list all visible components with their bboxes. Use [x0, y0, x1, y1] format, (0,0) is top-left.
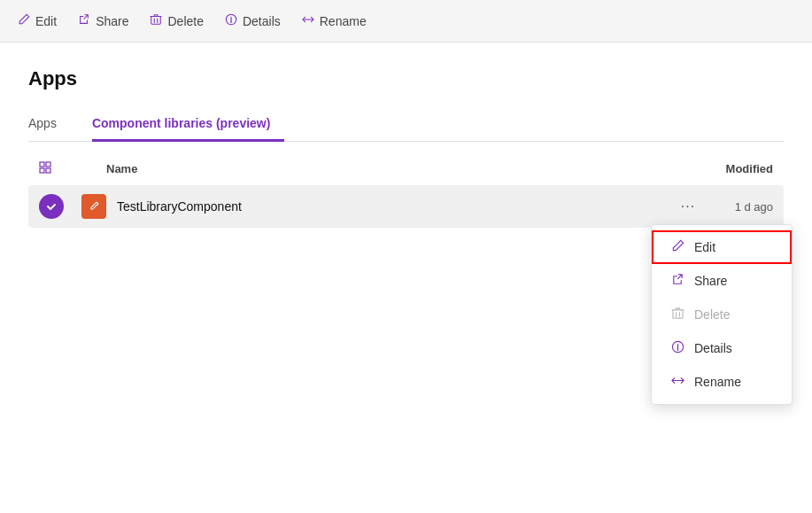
row-app-icon: [74, 194, 106, 219]
row-item-name: TestLibraryComponent: [117, 199, 674, 214]
toolbar-delete-button[interactable]: Delete: [150, 13, 203, 28]
toolbar-share-button[interactable]: Share: [78, 13, 128, 28]
toolbar-edit-button[interactable]: Edit: [18, 13, 57, 28]
tab-apps[interactable]: Apps: [28, 109, 71, 142]
svg-rect-6: [672, 310, 682, 318]
svg-rect-2: [40, 162, 44, 167]
info-icon: [225, 13, 237, 28]
row-modified-date: 1 d ago: [702, 200, 773, 214]
rename-icon: [302, 13, 314, 28]
context-share-label: Share: [694, 274, 727, 288]
toolbar: Edit Share Delete Details: [0, 0, 812, 43]
context-menu-edit[interactable]: Edit: [652, 230, 792, 264]
toolbar-share-label: Share: [96, 14, 128, 28]
context-share-icon: [669, 273, 685, 289]
edit-icon: [18, 13, 30, 28]
svg-rect-3: [46, 162, 50, 167]
toolbar-details-label: Details: [243, 14, 281, 28]
delete-icon: [150, 13, 162, 28]
header-name-col: Name: [106, 162, 649, 175]
context-delete-label: Delete: [694, 307, 730, 322]
toolbar-delete-label: Delete: [167, 14, 203, 28]
more-options-button[interactable]: ···: [674, 194, 702, 219]
context-details-label: Details: [694, 341, 732, 355]
grid-icon: [39, 162, 51, 176]
context-details-icon: [669, 340, 685, 356]
check-circle-icon: [39, 194, 64, 219]
toolbar-rename-button[interactable]: Rename: [302, 13, 367, 28]
context-edit-icon: [669, 239, 685, 255]
context-menu-rename[interactable]: Rename: [652, 365, 792, 399]
svg-rect-4: [40, 168, 44, 173]
table-header: Name Modified: [28, 152, 784, 185]
table-row[interactable]: TestLibraryComponent ··· 1 d ago Edit: [28, 185, 784, 228]
context-menu: Edit Share Delete: [651, 224, 793, 405]
context-menu-delete[interactable]: Delete: [652, 298, 792, 331]
row-checkbox[interactable]: [39, 194, 74, 219]
main-content: Apps Apps Component libraries (preview) …: [0, 43, 812, 228]
context-delete-icon: [669, 307, 685, 323]
context-rename-label: Rename: [694, 375, 741, 389]
svg-rect-0: [151, 17, 161, 25]
page-title: Apps: [28, 67, 784, 90]
toolbar-rename-label: Rename: [320, 14, 367, 28]
svg-rect-5: [46, 168, 50, 173]
toolbar-details-button[interactable]: Details: [225, 13, 281, 28]
context-rename-icon: [669, 374, 685, 390]
toolbar-edit-label: Edit: [35, 14, 57, 28]
context-menu-details[interactable]: Details: [652, 331, 792, 365]
header-checkbox-col: [39, 161, 74, 176]
tab-component-libraries[interactable]: Component libraries (preview): [92, 109, 284, 142]
tabs-container: Apps Component libraries (preview): [28, 108, 784, 142]
header-modified-col: Modified: [684, 162, 773, 175]
context-menu-share[interactable]: Share: [652, 264, 792, 298]
share-icon: [78, 13, 90, 28]
context-edit-label: Edit: [694, 240, 715, 254]
